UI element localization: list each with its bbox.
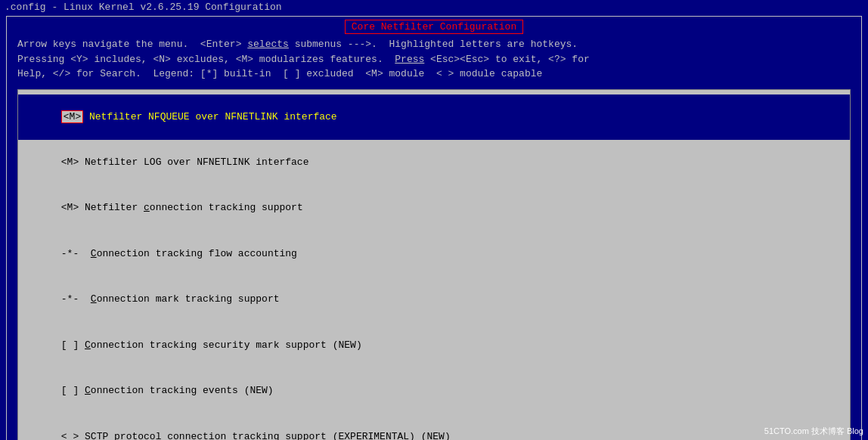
menu-item-2[interactable]: <M> Netfilter LOG over NFNETLINK interfa…: [18, 140, 850, 185]
hotkey-c-2: C: [91, 248, 97, 259]
menu-item-4: -*- Connection tracking flow accounting: [18, 231, 850, 277]
hotkey-s-1: S: [85, 431, 91, 440]
menu-item-5: -*- Connection mark tracking support: [18, 277, 850, 322]
hotkey-c-1: c: [144, 202, 150, 213]
help-line-3: Help, </> for Search. Legend: [*] built-…: [17, 67, 851, 82]
core-netfilter-title: Core Netfilter Configuration: [345, 20, 523, 34]
menu-item-3[interactable]: <M> Netfilter connection tracking suppor…: [18, 185, 850, 231]
menu-item-7[interactable]: [ ] Connection tracking events (NEW): [18, 368, 850, 414]
hotkey-c-3: C: [91, 293, 97, 305]
title-text: .config - Linux Kernel v2.6.25.19 Config…: [5, 2, 282, 13]
hotkey-c-5: C: [85, 385, 91, 396]
header-title: Core Netfilter Configuration: [7, 17, 861, 36]
menu-item-6[interactable]: [ ] Connection tracking security mark su…: [18, 323, 850, 368]
watermark: 51CTO.com 技术博客 Blog: [764, 426, 863, 437]
help-line-1: Arrow keys navigate the menu. <Enter> se…: [17, 37, 851, 52]
menu-item-1[interactable]: <M> Netfilter NFQUEUE over NFNETLINK int…: [18, 95, 850, 140]
title-bar: .config - Linux Kernel v2.6.25.19 Config…: [0, 0, 868, 14]
menu-area: <M> Netfilter NFQUEUE over NFNETLINK int…: [17, 89, 851, 441]
main-window: Core Netfilter Configuration Arrow keys …: [6, 16, 862, 440]
hotkey-c-4: C: [85, 339, 91, 351]
help-text: Arrow keys navigate the menu. <Enter> se…: [7, 36, 861, 86]
item-prefix-1: <M>: [61, 110, 83, 123]
menu-item-8[interactable]: < > SCTP protocol connection tracking su…: [18, 414, 850, 440]
help-line-2: Pressing <Y> includes, <N> excludes, <M>…: [17, 52, 851, 67]
item-text-1: Netfilter NFQUEUE over NFNETLINK interfa…: [83, 111, 336, 122]
